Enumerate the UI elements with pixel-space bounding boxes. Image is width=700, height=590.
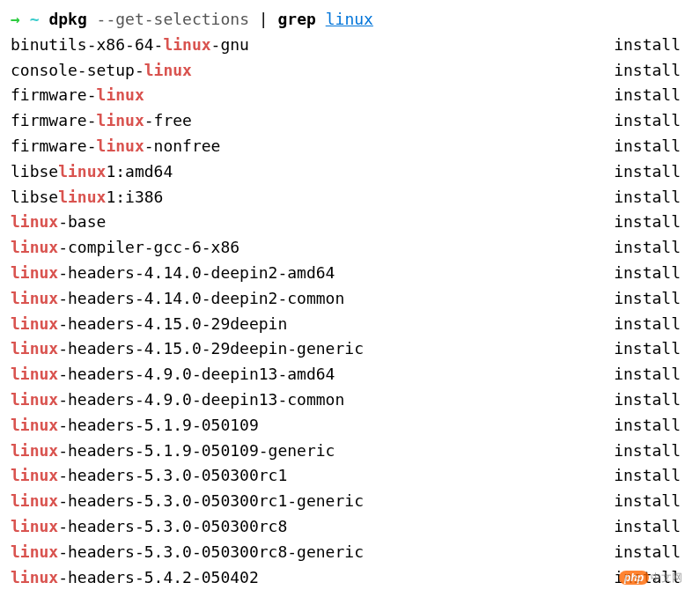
- output-line: linux-headers-5.4.2-050402install: [11, 565, 689, 590]
- grep-match: linux: [11, 212, 58, 231]
- package-prefix: libse: [11, 188, 58, 206]
- grep-match: linux: [97, 111, 144, 129]
- package-suffix: -headers-5.3.0-050300rc1-generic: [58, 491, 364, 510]
- pipe-symbol: |: [259, 10, 269, 28]
- grep-match: linux: [144, 61, 192, 79]
- output-line: linux-headers-4.9.0-deepin13-commoninsta…: [11, 387, 689, 413]
- package-suffix: -headers-4.14.0-deepin2-amd64: [58, 263, 335, 282]
- package-name: libselinux1:amd64: [11, 159, 173, 185]
- output-line: linux-headers-4.15.0-29deepin-genericins…: [11, 336, 689, 362]
- grep-match: linux: [11, 542, 58, 561]
- package-suffix: -headers-5.3.0-050300rc8: [58, 517, 287, 535]
- grep-match: linux: [11, 517, 58, 535]
- terminal-output: binutils-x86-64-linux-gnuinstallconsole-…: [11, 33, 689, 590]
- output-line: linux-headers-4.9.0-deepin13-amd64instal…: [11, 362, 689, 387]
- package-name: linux-headers-5.3.0-050300rc8: [11, 514, 287, 540]
- package-status: install: [614, 413, 689, 439]
- package-status: install: [614, 83, 689, 108]
- package-prefix: firmware-: [11, 111, 97, 129]
- package-status: install: [614, 261, 689, 286]
- package-prefix: firmware-: [11, 85, 97, 104]
- package-suffix: -headers-4.9.0-deepin13-amd64: [58, 365, 335, 383]
- command-option: --get-selections: [97, 10, 249, 28]
- grep-match: linux: [97, 85, 144, 104]
- grep-match: linux: [11, 289, 58, 307]
- grep-match: linux: [11, 466, 58, 484]
- package-name: firmware-linux: [11, 83, 144, 108]
- package-name: linux-headers-5.3.0-050300rc8-generic: [11, 540, 364, 565]
- package-name: linux-headers-4.9.0-deepin13-amd64: [11, 362, 335, 387]
- package-status: install: [614, 210, 689, 235]
- output-line: firmware-linux-nonfreeinstall: [11, 134, 689, 159]
- package-suffix: 1:amd64: [106, 162, 173, 181]
- package-suffix: -free: [144, 111, 192, 129]
- grep-argument: linux: [326, 10, 373, 28]
- output-line: linux-headers-4.15.0-29deepininstall: [11, 312, 689, 337]
- output-line: binutils-x86-64-linux-gnuinstall: [11, 33, 689, 58]
- package-name: linux-headers-4.9.0-deepin13-common: [11, 387, 344, 413]
- package-status: install: [614, 235, 689, 261]
- package-status: install: [614, 286, 689, 312]
- watermark-text: 中文网: [651, 572, 682, 584]
- package-name: firmware-linux-free: [11, 108, 192, 134]
- output-line: linux-headers-4.14.0-deepin2-amd64instal…: [11, 261, 689, 286]
- output-line: firmware-linuxinstall: [11, 83, 689, 108]
- grep-match: linux: [11, 390, 58, 409]
- grep-match: linux: [11, 314, 58, 333]
- package-name: linux-headers-5.4.2-050402: [11, 565, 259, 590]
- package-name: linux-headers-4.14.0-deepin2-common: [11, 286, 344, 312]
- package-suffix: -headers-5.1.9-050109: [58, 416, 259, 434]
- output-line: linux-headers-5.3.0-050300rc1install: [11, 463, 689, 489]
- package-name: linux-headers-4.14.0-deepin2-amd64: [11, 261, 335, 286]
- package-status: install: [614, 58, 689, 84]
- package-status: install: [614, 463, 689, 489]
- package-suffix: -headers-5.4.2-050402: [58, 568, 259, 586]
- grep-match: linux: [11, 339, 58, 358]
- command-dpkg: dpkg: [48, 10, 86, 28]
- grep-match: linux: [11, 491, 58, 510]
- watermark-badge: php: [619, 571, 649, 585]
- output-line: libselinux1:i386install: [11, 185, 689, 210]
- watermark: php中文网: [619, 570, 682, 586]
- package-suffix: -headers-5.3.0-050300rc8-generic: [58, 542, 364, 561]
- package-suffix: 1:i386: [106, 188, 163, 206]
- package-status: install: [614, 489, 689, 514]
- package-name: libselinux1:i386: [11, 185, 163, 210]
- package-status: install: [614, 514, 689, 540]
- grep-match: linux: [11, 416, 58, 434]
- package-prefix: firmware-: [11, 136, 97, 155]
- package-name: console-setup-linux: [11, 58, 192, 84]
- package-status: install: [614, 33, 689, 58]
- package-status: install: [614, 362, 689, 387]
- grep-match: linux: [11, 568, 58, 586]
- grep-match: linux: [11, 238, 58, 256]
- grep-match: linux: [58, 188, 106, 206]
- package-name: linux-compiler-gcc-6-x86: [11, 235, 239, 261]
- package-prefix: libse: [11, 162, 58, 181]
- grep-match: linux: [58, 162, 106, 181]
- grep-match: linux: [97, 136, 144, 155]
- output-line: firmware-linux-freeinstall: [11, 108, 689, 134]
- output-line: console-setup-linuxinstall: [11, 58, 689, 84]
- package-status: install: [614, 312, 689, 337]
- package-status: install: [614, 439, 689, 464]
- package-status: install: [614, 134, 689, 159]
- package-suffix: -headers-5.3.0-050300rc1: [58, 466, 287, 484]
- output-line: linux-headers-5.3.0-050300rc8-genericins…: [11, 540, 689, 565]
- output-line: libselinux1:amd64install: [11, 159, 689, 185]
- package-name: linux-headers-5.1.9-050109: [11, 413, 259, 439]
- package-name: firmware-linux-nonfree: [11, 134, 220, 159]
- package-suffix: -headers-4.15.0-29deepin: [58, 314, 287, 333]
- package-suffix: -compiler-gcc-6-x86: [58, 238, 239, 256]
- terminal-prompt-line: → ~ dpkg --get-selections | grep linux: [11, 7, 689, 33]
- package-status: install: [614, 540, 689, 565]
- package-suffix: -gnu: [211, 35, 249, 54]
- grep-match: linux: [11, 365, 58, 383]
- grep-match: linux: [11, 263, 58, 282]
- grep-match: linux: [163, 35, 210, 54]
- package-name: linux-headers-5.1.9-050109-generic: [11, 439, 335, 464]
- package-status: install: [614, 108, 689, 134]
- package-name: linux-base: [11, 210, 106, 235]
- output-line: linux-headers-4.14.0-deepin2-commoninsta…: [11, 286, 689, 312]
- package-suffix: -headers-5.1.9-050109-generic: [58, 441, 335, 460]
